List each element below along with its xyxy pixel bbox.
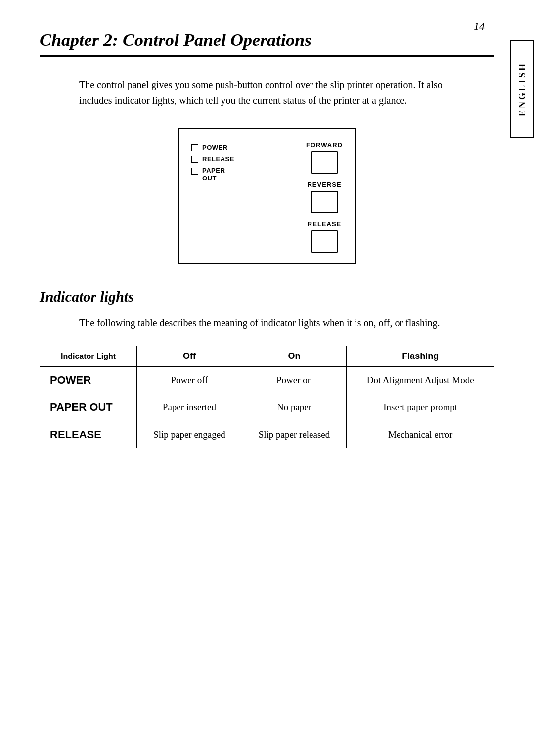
language-sidebar: ENGLISH: [510, 40, 534, 138]
paper-out-row-light: PAPER OUT: [40, 394, 137, 421]
col-header-flashing: Flashing: [347, 346, 494, 367]
release-row-on: Slip paper released: [242, 421, 347, 448]
control-panel-diagram: POWER RELEASE PAPER OUT FORWARD REVERSE: [40, 128, 494, 264]
table-row: RELEASE Slip paper engaged Slip paper re…: [40, 421, 494, 448]
forward-button-group: FORWARD: [306, 141, 343, 174]
page-number: 14: [474, 20, 485, 33]
paper-out-row-off: Paper inserted: [137, 394, 242, 421]
forward-button[interactable]: [311, 151, 338, 174]
paper-out-label: PAPER OUT: [202, 167, 225, 182]
paper-out-row-on: No paper: [242, 394, 347, 421]
power-row-flashing: Dot Alignment Adjust Mode: [347, 367, 494, 394]
release-row-off: Slip paper engaged: [137, 421, 242, 448]
release-row-flashing: Mechanical error: [347, 421, 494, 448]
indicator-lights-description: The following table describes the meanin…: [40, 315, 494, 331]
chapter-title: Chapter 2: Control Panel Operations: [40, 30, 494, 57]
panel-indicators: POWER RELEASE PAPER OUT: [191, 139, 234, 182]
table-row: POWER Power off Power on Dot Alignment A…: [40, 367, 494, 394]
release-indicator: RELEASE: [191, 155, 234, 163]
power-row-off: Power off: [137, 367, 242, 394]
table-row: PAPER OUT Paper inserted No paper Insert…: [40, 394, 494, 421]
forward-label: FORWARD: [306, 141, 343, 149]
indicator-lights-table: Indicator Light Off On Flashing POWER Po…: [40, 346, 494, 448]
paper-out-row-flashing: Insert paper prompt: [347, 394, 494, 421]
table-header-row: Indicator Light Off On Flashing: [40, 346, 494, 367]
col-header-on: On: [242, 346, 347, 367]
intro-paragraph: The control panel gives you some push-bu…: [40, 77, 494, 108]
indicator-lights-title: Indicator lights: [40, 288, 494, 305]
panel-buttons: FORWARD REVERSE RELEASE: [306, 139, 343, 253]
panel-box: POWER RELEASE PAPER OUT FORWARD REVERSE: [178, 128, 356, 264]
reverse-button-group: REVERSE: [307, 181, 341, 213]
power-row-on: Power on: [242, 367, 347, 394]
power-indicator: POWER: [191, 144, 234, 151]
paper-out-text2: OUT: [202, 175, 225, 182]
col-header-indicator: Indicator Light: [40, 346, 137, 367]
reverse-label: REVERSE: [307, 181, 341, 188]
release-label: RELEASE: [202, 155, 234, 163]
power-row-light: POWER: [40, 367, 137, 394]
reverse-button[interactable]: [311, 191, 338, 213]
power-label: POWER: [202, 144, 228, 151]
paper-out-text1: PAPER: [202, 167, 225, 175]
release-button[interactable]: [311, 230, 338, 253]
paper-out-indicator: PAPER OUT: [191, 167, 234, 182]
paper-out-checkbox: [191, 168, 198, 175]
release-label: RELEASE: [308, 221, 341, 228]
release-button-group: RELEASE: [308, 221, 341, 253]
release-row-light: RELEASE: [40, 421, 137, 448]
release-checkbox: [191, 156, 198, 163]
power-checkbox: [191, 144, 198, 151]
col-header-off: Off: [137, 346, 242, 367]
